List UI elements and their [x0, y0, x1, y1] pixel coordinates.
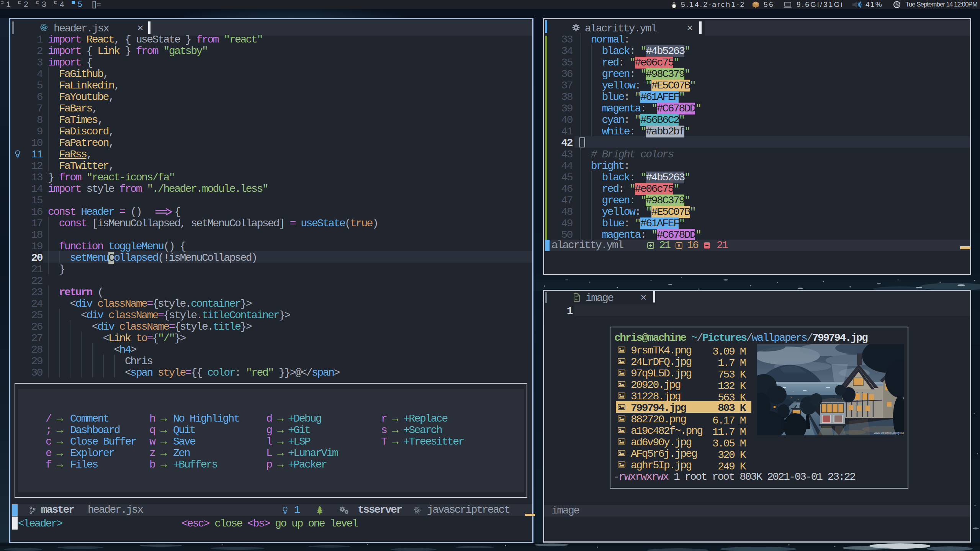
svg-text:www.DesktopBackground.org: www.DesktopBackground.org [874, 431, 904, 435]
